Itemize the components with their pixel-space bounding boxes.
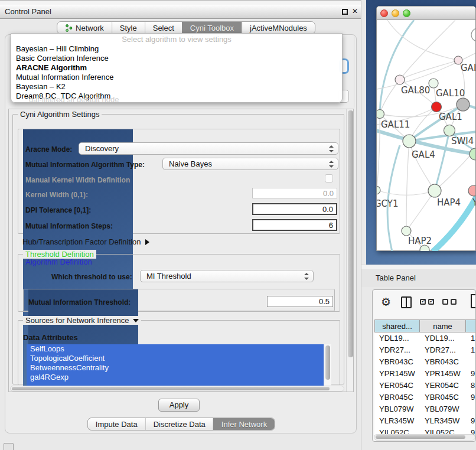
attribute-item[interactable]: TopologicalCoefficient <box>27 354 331 363</box>
tab-label: Impute Data <box>96 420 138 429</box>
scrollbar-thumb[interactable] <box>12 387 330 390</box>
attribute-item[interactable]: SelfLoops <box>27 344 331 354</box>
zoom-button[interactable] <box>403 9 410 17</box>
control-panel-titlebar: Control Panel ✕ <box>0 5 361 19</box>
network-node-gal11[interactable] <box>377 110 384 119</box>
table-row[interactable]: YLR345WYLR345W9. <box>374 415 476 427</box>
minimize-button[interactable] <box>392 9 399 17</box>
network-window-titlebar[interactable] <box>377 6 475 20</box>
mi-steps-field[interactable] <box>252 219 337 231</box>
tab-discretize-data[interactable]: Discretize Data <box>145 418 213 430</box>
background-combo-text: gal-filtered sif default node <box>29 95 119 103</box>
attribute-list[interactable]: SelfLoopsTopologicalCoefficientBetweenne… <box>27 344 331 386</box>
control-panel-window: Control Panel ✕ Network Style Select <box>0 0 361 450</box>
table-cell: YER054C <box>374 380 420 392</box>
manual-kernel-checkbox[interactable] <box>325 174 333 182</box>
tab-select[interactable]: Select <box>145 22 182 34</box>
deselect-all-columns-icon[interactable] <box>442 299 459 305</box>
algorithm-option[interactable]: Basic Correlation Inference <box>11 54 342 63</box>
gear-icon[interactable]: ⚙ <box>381 295 391 309</box>
table-horizontal-scrollbar[interactable] <box>374 434 475 441</box>
new-table-icon[interactable] <box>471 294 476 308</box>
settings-horizontal-scrollbar[interactable] <box>10 386 344 392</box>
which-threshold-select[interactable]: MI Threshold <box>140 270 314 282</box>
network-node-label: GAL10 <box>436 88 465 99</box>
table-row[interactable]: YBR045CYBR045C9. <box>374 392 476 403</box>
hub-definition-expander[interactable]: Hub/Transcription Factor Definition <box>22 237 149 246</box>
network-icon <box>65 24 73 32</box>
sources-title: Sources for Network Inference <box>25 316 129 325</box>
table-cell: 9. <box>466 415 476 427</box>
table-row[interactable]: YER054CYER054C8. <box>374 380 476 392</box>
collapsed-panel-button[interactable] <box>4 443 14 450</box>
dpi-tolerance-field[interactable] <box>252 203 337 215</box>
attribute-item[interactable]: BetweennessCentrality <box>27 363 331 373</box>
apply-button[interactable]: Apply <box>158 399 200 412</box>
control-panel-tabs: Network Style Select Cyni Toolbox jActiv… <box>57 21 315 34</box>
table-row[interactable]: YBL079WYBL079W <box>374 403 476 415</box>
settings-vertical-scrollbar[interactable] <box>346 109 354 392</box>
column-header[interactable] <box>466 319 476 332</box>
network-node-gal1[interactable] <box>432 102 442 112</box>
table-cell: 8. <box>466 380 476 392</box>
close-icon[interactable]: ✕ <box>352 7 358 15</box>
table-row[interactable]: YDR27...YDR27...12 <box>374 344 476 356</box>
tab-style[interactable]: Style <box>112 22 145 34</box>
tab-network[interactable]: Network <box>57 22 112 34</box>
table-cell: YPR145W <box>420 368 466 380</box>
algorithm-option[interactable]: Bayesian – K2 <box>11 82 342 92</box>
table-row[interactable]: YDL19...YDL19...13 <box>374 332 476 344</box>
network-node-swi4[interactable] <box>444 125 455 136</box>
kernel-width-field[interactable] <box>252 188 337 198</box>
network-node-hap4[interactable] <box>428 184 441 197</box>
network-node[interactable] <box>457 98 470 111</box>
tab-label: Cyni Toolbox <box>190 24 234 32</box>
table-row[interactable]: YPR145WYPR145W9. <box>374 368 476 380</box>
mi-threshold-field[interactable] <box>267 296 333 307</box>
network-node[interactable] <box>470 148 475 160</box>
network-node-gcy1[interactable] <box>377 186 380 194</box>
tab-infer-network[interactable]: Infer Network <box>213 418 275 430</box>
table-panel-titlebar: Table Panel <box>361 269 476 287</box>
scrollbar-thumb[interactable] <box>325 345 330 380</box>
column-header[interactable]: name <box>420 319 466 332</box>
table-cell: YBL079W <box>420 403 466 415</box>
selected-value: MI Threshold <box>146 270 191 282</box>
close-button[interactable] <box>380 9 388 17</box>
network-node-label: SWI4 <box>451 136 474 146</box>
network-node-hap2[interactable] <box>402 226 411 236</box>
network-node-gal10[interactable] <box>429 79 438 88</box>
tab-jactivemnodules[interactable]: jActiveMNodules <box>242 22 315 34</box>
table-cell: 12 <box>466 344 476 356</box>
algorithm-option[interactable]: Bayesian – Hill Climbing <box>11 44 342 54</box>
group-algorithm-definition: Algorithm Definition Aracne Mode: Discov… <box>18 129 340 234</box>
scrollbar-thumb[interactable] <box>376 435 465 439</box>
float-icon[interactable] <box>342 9 348 15</box>
attribute-list-scrollbar[interactable] <box>324 344 331 386</box>
algorithm-option[interactable]: ARACNE Algorithm <box>11 63 342 73</box>
network-canvas[interactable]: GALGAL80GAL10GAL1GAL11SWI4GAL4GCY1HAP4YH… <box>377 20 475 251</box>
network-node-y[interactable] <box>468 185 475 196</box>
collapse-triangle-icon[interactable] <box>133 319 139 322</box>
mi-algorithm-type-select[interactable]: Naive Bayes <box>162 158 338 170</box>
network-node-gal80[interactable] <box>395 75 405 84</box>
table-row[interactable]: YBR043CYBR043C <box>374 356 476 368</box>
select-all-columns-icon[interactable] <box>420 299 436 305</box>
scrollbar-thumb[interactable] <box>348 110 353 357</box>
group-mi-threshold-definition: MI Threshold Definition Mutual Informati… <box>23 289 335 311</box>
tab-label: Select <box>153 24 174 32</box>
table-cell: YLR345W <box>374 415 420 427</box>
split-columns-icon[interactable] <box>401 296 412 308</box>
aracne-mode-label: Aracne Mode: <box>25 145 72 154</box>
network-node-label: GAL4 <box>412 149 435 160</box>
table-cell: YDR27... <box>420 344 466 356</box>
network-desktop-background: GALGAL80GAL10GAL1GAL11SWI4GAL4GCY1HAP4YH… <box>366 0 476 265</box>
column-header[interactable]: shared... <box>374 319 420 332</box>
tab-impute-data[interactable]: Impute Data <box>88 418 145 430</box>
network-node-label: HAP2 <box>408 236 432 246</box>
tab-cyni-toolbox[interactable]: Cyni Toolbox <box>182 22 242 34</box>
algorithm-option[interactable]: Mutual Information Inference <box>11 73 342 82</box>
aracne-mode-select[interactable]: Discovery <box>79 142 338 155</box>
network-node-gal4[interactable] <box>403 135 416 148</box>
attribute-item[interactable]: gal4RGexp <box>27 373 331 382</box>
